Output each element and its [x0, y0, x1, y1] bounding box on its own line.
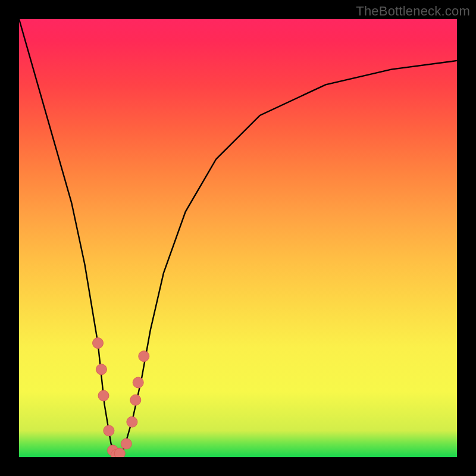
- data-marker: [104, 425, 114, 436]
- data-marker: [130, 394, 141, 405]
- data-marker: [96, 364, 107, 375]
- data-marker: [93, 338, 104, 349]
- marker-group: [93, 338, 149, 457]
- data-marker: [139, 351, 149, 362]
- data-marker: [114, 448, 125, 457]
- plot-area: [19, 19, 457, 457]
- watermark-text: TheBottleneck.com: [356, 4, 470, 19]
- bottleneck-curve: [19, 19, 457, 457]
- data-marker: [98, 390, 109, 401]
- data-marker: [133, 377, 143, 388]
- curve-svg: [19, 19, 457, 457]
- data-marker: [121, 439, 131, 449]
- data-marker: [127, 416, 137, 427]
- chart-container: TheBottleneck.com: [0, 0, 476, 476]
